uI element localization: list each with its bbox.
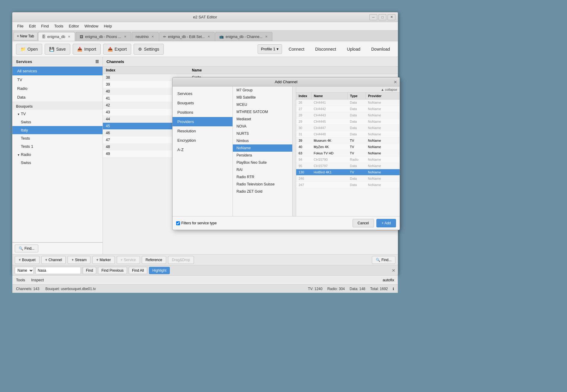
sidebar-item-italy[interactable]: Italy: [12, 126, 103, 134]
search-input[interactable]: [36, 267, 81, 274]
list-item[interactable]: 39 Museum 4K TV NoName: [296, 138, 400, 144]
add-button[interactable]: + Add: [376, 219, 396, 227]
sidebar-item-radio[interactable]: Radio: [12, 84, 103, 93]
sidebar-item-data[interactable]: Data: [12, 93, 103, 102]
menu-edit[interactable]: Edit: [27, 23, 38, 29]
collapse-button[interactable]: ▲ collapse: [379, 87, 400, 93]
tools-button[interactable]: Tools: [16, 278, 25, 282]
tab-close-channel[interactable]: ✕: [264, 35, 268, 39]
menu-window[interactable]: Window: [82, 23, 101, 29]
download-button[interactable]: Download: [367, 44, 394, 54]
find-button[interactable]: Find: [83, 267, 96, 274]
tab-enigma-db[interactable]: 🗄 enigma_db ✕: [38, 32, 75, 41]
list-item[interactable]: 95 CH15797 Data NoName: [296, 163, 400, 169]
provider-item[interactable]: PlayBox Neo Suite: [233, 159, 292, 166]
list-item[interactable]: 26 CH4441 Data NoName: [296, 100, 400, 106]
list-item[interactable]: 29 CH4445 Data NoName: [296, 119, 400, 125]
add-channel-button[interactable]: + Channel: [41, 256, 66, 264]
dialog-nav-encryption[interactable]: Encryption: [173, 136, 233, 145]
list-item[interactable]: 40 MyZen 4K TV NoName: [296, 144, 400, 150]
find-all-button[interactable]: Find All: [129, 267, 147, 274]
add-service-button[interactable]: + Service: [117, 256, 140, 264]
provider-item[interactable]: MB Satellite: [233, 94, 292, 101]
sidebar-item-tv-group[interactable]: ▼TV: [12, 110, 103, 118]
settings-button[interactable]: ⚙ Settings: [134, 44, 164, 55]
dialog-nav-az[interactable]: A-Z: [173, 145, 233, 154]
close-button[interactable]: ✕: [388, 14, 395, 20]
provider-item[interactable]: RAI: [233, 166, 292, 173]
new-tab-button[interactable]: + New Tab: [14, 32, 37, 40]
add-bouquet-button[interactable]: + Bouquet: [15, 256, 40, 264]
find-previous-button[interactable]: Find Previous: [98, 267, 127, 274]
provider-item[interactable]: MTHREE SATCOM: [233, 108, 292, 115]
maximize-button[interactable]: □: [379, 14, 386, 20]
provider-item[interactable]: NURTS: [233, 130, 292, 137]
list-item[interactable]: 94 CH15790 Radio NoName: [296, 156, 400, 163]
dialog-nav-bouquets[interactable]: Bouquets: [173, 98, 233, 108]
add-marker-button[interactable]: + Marker: [92, 256, 115, 264]
menu-tools[interactable]: Tools: [52, 23, 66, 29]
provider-item[interactable]: Radio ZET Gold: [233, 188, 292, 195]
provider-item[interactable]: Mediaset: [233, 115, 292, 123]
menu-find[interactable]: Find: [39, 23, 51, 29]
list-item[interactable]: 27 CH4442 Data NoName: [296, 106, 400, 112]
dialog-nav-providers[interactable]: Providers: [173, 117, 233, 126]
highlight-button[interactable]: Highlight: [149, 267, 170, 274]
tab-enigma-channel[interactable]: 📺 enigma_db - Channe... ✕: [215, 32, 272, 41]
provider-item[interactable]: NOVA: [233, 123, 292, 130]
minimize-button[interactable]: ─: [369, 14, 377, 20]
list-item[interactable]: 28 CH4443 Data NoName: [296, 112, 400, 119]
cancel-button[interactable]: Cancel: [353, 219, 374, 227]
upload-button[interactable]: Upload: [343, 44, 364, 54]
list-item[interactable]: 130 HotBird 4K1 TV NoName: [296, 169, 400, 175]
tab-neutrino[interactable]: neutrino ✕: [132, 32, 159, 41]
tab-enigma-picons[interactable]: 🖼 enigma_db - Picons ... ✕: [76, 32, 131, 41]
provider-item[interactable]: Nimbus: [233, 137, 292, 144]
tab-enigma-edit[interactable]: ✏ enigma_db - Edit Set... ✕: [159, 32, 215, 41]
list-item[interactable]: 63 Fokus TV HD TV NoName: [296, 150, 400, 156]
tab-close-picons[interactable]: ✕: [123, 35, 127, 39]
tab-close-enigma-db[interactable]: ✕: [67, 35, 71, 39]
dialog-nav-services[interactable]: Services: [173, 89, 233, 98]
provider-item[interactable]: M7 Group: [233, 87, 292, 94]
filter-checkbox[interactable]: [176, 221, 180, 225]
provider-item[interactable]: NoName: [233, 144, 292, 152]
provider-item[interactable]: Radio Television Suisse: [233, 181, 292, 188]
search-by-select[interactable]: Name: [15, 267, 34, 274]
list-item[interactable]: 30 CH4447 Data NoName: [296, 125, 400, 131]
sidebar-item-swiss[interactable]: Swiss: [12, 118, 103, 126]
dialog-nav-resolution[interactable]: Resolution: [173, 126, 233, 136]
provider-item[interactable]: MCEU: [233, 101, 292, 108]
info-icon[interactable]: ℹ: [393, 287, 394, 291]
menu-editor[interactable]: Editor: [66, 23, 81, 29]
find-close-button[interactable]: ✕: [392, 268, 395, 273]
sidebar-item-tv[interactable]: TV: [12, 75, 103, 84]
sidebar-find-button[interactable]: 🔍 Find...: [15, 245, 38, 252]
sidebar-item-tests1[interactable]: Tests 1: [12, 142, 103, 150]
provider-item[interactable]: Persidera: [233, 152, 292, 159]
provider-scrollbar[interactable]: [292, 87, 296, 216]
add-stream-button[interactable]: + Stream: [68, 256, 90, 264]
export-button[interactable]: 📤 Export: [103, 44, 131, 55]
disconnect-button[interactable]: Disconnect: [311, 44, 340, 54]
import-button[interactable]: 📥 Import: [73, 44, 101, 55]
list-item[interactable]: 31 CH4448 Data NoName: [296, 131, 400, 138]
dialog-close-button[interactable]: ✕: [394, 80, 397, 84]
list-item[interactable]: 246 Data NoName: [296, 175, 400, 182]
menu-help[interactable]: Help: [101, 23, 114, 29]
dragdrop-button[interactable]: Drag&Drop: [168, 256, 194, 264]
connect-button[interactable]: Connect: [284, 44, 309, 54]
save-button[interactable]: 💾 Save: [45, 44, 70, 55]
filter-checkbox-label[interactable]: Filters for service type: [176, 221, 217, 225]
sidebar-item-all-services[interactable]: All services: [12, 67, 103, 75]
dialog-nav-positions[interactable]: Positions: [173, 108, 233, 117]
channel-find-button[interactable]: 🔍 Find...: [372, 256, 395, 264]
tab-close-edit[interactable]: ✕: [207, 35, 211, 39]
profile-select[interactable]: Profile 1 ▾: [258, 44, 282, 54]
inspect-button[interactable]: Inspect: [31, 278, 44, 282]
tab-close-neutrino[interactable]: ✕: [150, 35, 155, 39]
provider-item[interactable]: Radio RTR: [233, 173, 292, 181]
reference-button[interactable]: Reference: [142, 256, 166, 264]
open-button[interactable]: 📁 Open: [16, 44, 42, 55]
list-item[interactable]: 247 Data NoName: [296, 182, 400, 188]
